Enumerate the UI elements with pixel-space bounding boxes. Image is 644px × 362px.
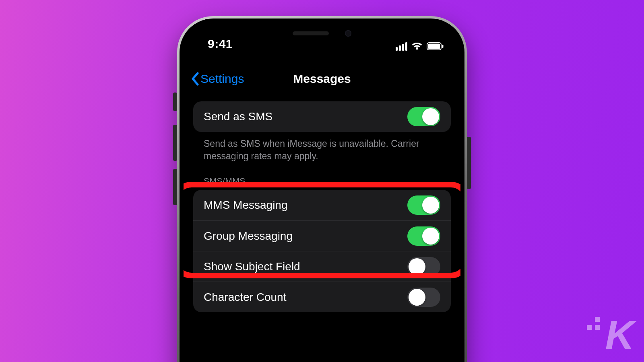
send-as-sms-label: Send as SMS <box>204 110 272 123</box>
svg-rect-1 <box>428 44 440 49</box>
send-as-sms-group: Send as SMS <box>193 101 451 132</box>
character-count-label: Character Count <box>204 291 286 304</box>
mute-switch[interactable] <box>173 93 177 111</box>
mms-messaging-row[interactable]: MMS Messaging <box>193 190 451 220</box>
volume-down-button[interactable] <box>173 169 177 205</box>
sms-mms-group: MMS Messaging Group Messaging Show Subje… <box>193 190 451 312</box>
front-camera <box>345 30 351 37</box>
mms-messaging-toggle[interactable] <box>407 195 440 215</box>
watermark-logo: K <box>605 315 633 355</box>
svg-rect-2 <box>442 45 444 48</box>
cellular-signal-icon <box>396 42 407 51</box>
status-time: 9:41 <box>198 37 233 51</box>
group-messaging-toggle[interactable] <box>407 226 440 246</box>
settings-content: Send as SMS Send as SMS when iMessage is… <box>184 101 460 362</box>
back-label: Settings <box>200 72 244 86</box>
phone-screen: 9:41 <box>184 23 460 362</box>
watermark-letter: K <box>605 312 633 357</box>
show-subject-field-label: Show Subject Field <box>204 260 300 273</box>
send-as-sms-footnote: Send as SMS when iMessage is unavailable… <box>193 132 451 162</box>
group-messaging-label: Group Messaging <box>204 230 293 243</box>
group-messaging-row[interactable]: Group Messaging <box>193 220 451 251</box>
character-count-row[interactable]: Character Count <box>193 282 451 312</box>
battery-icon <box>427 42 444 50</box>
phone-bezel: 9:41 <box>180 19 464 362</box>
chevron-left-icon <box>191 72 200 86</box>
wifi-icon <box>411 42 423 51</box>
phone-frame: 9:41 <box>177 16 467 362</box>
power-button[interactable] <box>467 137 471 189</box>
page-title: Messages <box>293 72 351 86</box>
send-as-sms-toggle[interactable] <box>407 107 440 126</box>
show-subject-field-row[interactable]: Show Subject Field <box>193 251 451 282</box>
back-button[interactable]: Settings <box>191 67 244 91</box>
earpiece-speaker <box>293 31 329 35</box>
send-as-sms-row[interactable]: Send as SMS <box>193 101 451 132</box>
navigation-bar: Settings Messages <box>184 67 460 91</box>
notch <box>262 23 382 44</box>
volume-up-button[interactable] <box>173 125 177 161</box>
mms-messaging-label: MMS Messaging <box>204 199 288 212</box>
character-count-toggle[interactable] <box>407 288 440 307</box>
show-subject-field-toggle[interactable] <box>407 257 440 276</box>
sms-mms-section-header: SMS/MMS <box>193 162 451 190</box>
